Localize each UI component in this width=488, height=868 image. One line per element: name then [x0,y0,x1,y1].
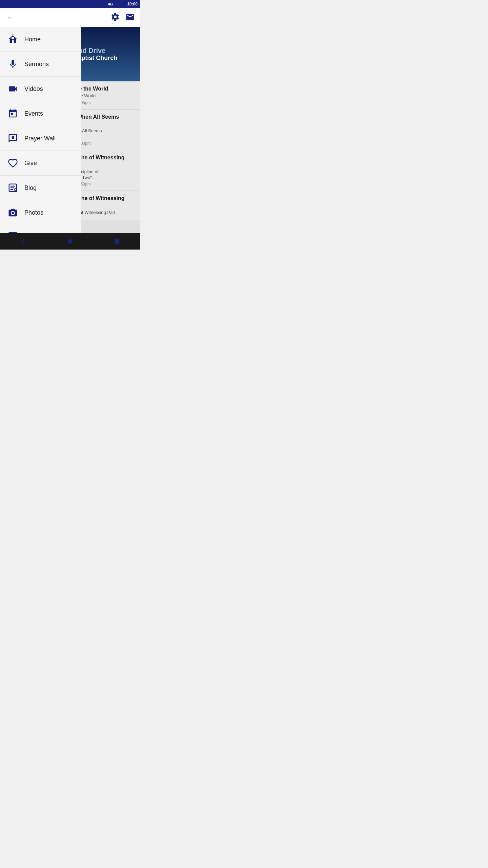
sidebar-drawer: Home Sermons Videos [0,27,81,233]
sidebar-label-sermons: Sermons [24,61,49,68]
status-icons: 4G 10:00 [108,2,138,6]
battery-icon [120,2,125,6]
calendar-icon [7,107,19,120]
nav-recent-button[interactable] [109,233,125,250]
sidebar-item-photos[interactable]: Photos [0,200,81,225]
sidebar-label-home: Home [24,36,41,43]
camera-icon [7,206,19,219]
recent-nav-icon [114,238,120,244]
sidebar-item-facebook[interactable]: Facebook [0,225,81,233]
svg-rect-6 [115,239,119,244]
svg-point-5 [68,239,72,243]
back-button[interactable]: ← [5,12,16,23]
svg-rect-0 [12,37,14,39]
sidebar-label-prayer-wall: Prayer Wall [24,135,56,142]
svg-rect-4 [8,232,18,233]
video-icon [7,83,19,95]
home-nav-icon [67,238,74,245]
header: ← [0,8,140,27]
status-bar: 4G 10:00 [0,0,140,8]
sidebar-item-videos[interactable]: Videos [0,77,81,101]
svg-point-1 [13,34,14,35]
signal-icon [114,2,119,6]
sidebar-item-home[interactable]: Home [0,27,81,52]
message-icon [125,12,135,22]
blog-icon [7,182,19,194]
nav-home-button[interactable] [62,233,78,250]
sidebar-label-videos: Videos [24,85,43,93]
microphone-icon [7,58,19,70]
heart-icon [7,157,19,169]
home-icon [7,33,19,45]
facebook-icon [7,231,19,233]
network-label: 4G [108,2,113,6]
message-button[interactable] [125,12,135,23]
gear-icon [110,12,120,22]
sidebar-label-photos: Photos [24,209,43,216]
sidebar-item-events[interactable]: Events [0,101,81,126]
sidebar-item-prayer-wall[interactable]: Prayer Wall [0,126,81,151]
settings-button[interactable] [110,12,120,23]
sidebar-item-blog[interactable]: Blog [0,176,81,200]
main-area: hland Drive ll Baptist Church hange the … [0,27,140,233]
sidebar-label-give: Give [24,160,37,167]
sidebar-item-sermons[interactable]: Sermons [0,52,81,77]
sidebar-item-give[interactable]: Give [0,151,81,176]
back-nav-icon [20,238,27,245]
sidebar-label-blog: Blog [24,184,37,192]
prayer-icon [7,132,19,144]
header-actions [110,12,135,23]
nav-back-button[interactable] [15,233,32,250]
time-label: 10:00 [127,2,138,6]
sidebar-label-events: Events [24,110,43,117]
bottom-nav [0,233,140,250]
